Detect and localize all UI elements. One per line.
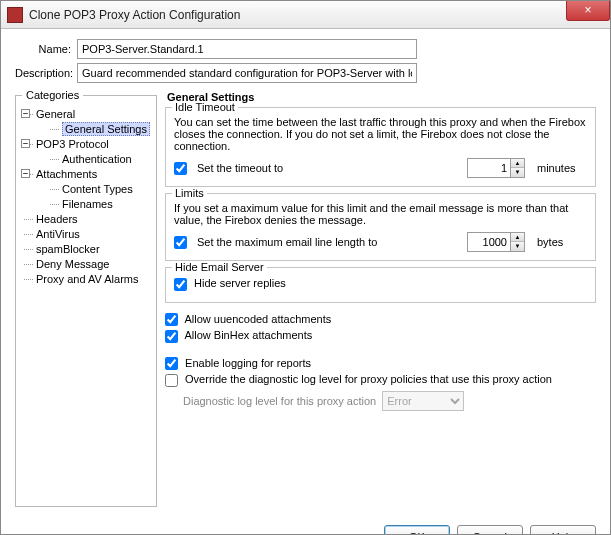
idle-timeout-desc: You can set the time between the last tr… <box>174 116 587 152</box>
window-title: Clone POP3 Proxy Action Configuration <box>29 8 240 22</box>
categories-legend: Categories <box>22 89 83 101</box>
tree-node-general[interactable]: − General General Settings <box>24 107 150 137</box>
hide-server-replies-label: Hide server replies <box>194 277 286 289</box>
override-log-checkbox[interactable] <box>165 374 178 387</box>
tree-node-deny-message[interactable]: Deny Message <box>24 257 150 272</box>
idle-timeout-title: Idle Timeout <box>172 101 238 113</box>
description-label: Description: <box>15 67 77 79</box>
tree-label-filenames[interactable]: Filenames <box>62 198 113 210</box>
cancel-button[interactable]: Cancel <box>457 525 523 535</box>
categories-tree[interactable]: − General General Settings − POP3 Protoc… <box>22 107 150 287</box>
categories-group: Categories − General General Settings − <box>15 89 157 507</box>
tree-label-content-types[interactable]: Content Types <box>62 183 133 195</box>
tree-label-attachments[interactable]: Attachments <box>36 168 97 180</box>
ok-button[interactable]: OK <box>384 525 450 535</box>
spinner-up-icon[interactable]: ▲ <box>511 159 524 168</box>
tree-node-general-settings[interactable]: General Settings <box>50 122 150 137</box>
tree-label-general[interactable]: General <box>36 108 75 120</box>
tree-node-attachments[interactable]: − Attachments Content Types Filenames <box>24 167 150 212</box>
tree-label-proxy-av-alarms[interactable]: Proxy and AV Alarms <box>36 273 139 285</box>
idle-timeout-checkbox-label: Set the timeout to <box>197 162 283 174</box>
allow-uuencoded-label: Allow uuencoded attachments <box>184 313 331 325</box>
limits-checkbox[interactable] <box>174 236 187 249</box>
limits-value[interactable] <box>467 232 511 252</box>
tree-label-pop3-protocol[interactable]: POP3 Protocol <box>36 138 109 150</box>
tree-label-authentication[interactable]: Authentication <box>62 153 132 165</box>
tree-node-antivirus[interactable]: AntiVirus <box>24 227 150 242</box>
tree-node-proxy-av-alarms[interactable]: Proxy and AV Alarms <box>24 272 150 287</box>
tree-node-spamblocker[interactable]: spamBlocker <box>24 242 150 257</box>
tree-node-content-types[interactable]: Content Types <box>50 182 150 197</box>
hide-server-replies-checkbox[interactable] <box>174 278 187 291</box>
limits-checkbox-label: Set the maximum email line length to <box>197 236 377 248</box>
name-input[interactable] <box>77 39 417 59</box>
collapse-icon[interactable]: − <box>21 169 30 178</box>
idle-timeout-value[interactable] <box>467 158 511 178</box>
spinner-down-icon[interactable]: ▼ <box>511 168 524 177</box>
idle-timeout-unit: minutes <box>537 162 587 174</box>
idle-timeout-checkbox[interactable] <box>174 162 187 175</box>
limits-group: Limits If you set a maximum value for th… <box>165 193 596 261</box>
tree-label-spamblocker[interactable]: spamBlocker <box>36 243 100 255</box>
override-log-label: Override the diagnostic log level for pr… <box>185 373 552 385</box>
titlebar: Clone POP3 Proxy Action Configuration × <box>1 1 610 29</box>
close-button[interactable]: × <box>566 1 610 21</box>
tree-label-headers[interactable]: Headers <box>36 213 78 225</box>
idle-timeout-group: Idle Timeout You can set the time betwee… <box>165 107 596 187</box>
allow-binhex-label: Allow BinHex attachments <box>184 329 312 341</box>
hide-email-group: Hide Email Server Hide server replies <box>165 267 596 303</box>
limits-unit: bytes <box>537 236 587 248</box>
enable-logging-label: Enable logging for reports <box>185 357 311 369</box>
tree-label-antivirus[interactable]: AntiVirus <box>36 228 80 240</box>
dialog-buttons: OK Cancel Help <box>1 517 610 535</box>
app-icon <box>7 7 23 23</box>
diagnostic-level-label: Diagnostic log level for this proxy acti… <box>183 395 376 407</box>
collapse-icon[interactable]: − <box>21 109 30 118</box>
collapse-icon[interactable]: − <box>21 139 30 148</box>
limits-desc: If you set a maximum value for this limi… <box>174 202 587 226</box>
help-button[interactable]: Help <box>530 525 596 535</box>
tree-node-pop3-protocol[interactable]: − POP3 Protocol Authentication <box>24 137 150 167</box>
description-input[interactable] <box>77 63 417 83</box>
allow-uuencoded-checkbox[interactable] <box>165 313 178 326</box>
tree-label-general-settings[interactable]: General Settings <box>62 122 150 136</box>
name-label: Name: <box>15 43 77 55</box>
tree-node-filenames[interactable]: Filenames <box>50 197 150 212</box>
allow-binhex-checkbox[interactable] <box>165 330 178 343</box>
hide-email-title: Hide Email Server <box>172 261 267 273</box>
tree-node-headers[interactable]: Headers <box>24 212 150 227</box>
spinner-up-icon[interactable]: ▲ <box>511 233 524 242</box>
tree-node-authentication[interactable]: Authentication <box>50 152 150 167</box>
spinner-down-icon[interactable]: ▼ <box>511 242 524 251</box>
enable-logging-checkbox[interactable] <box>165 357 178 370</box>
tree-label-deny-message[interactable]: Deny Message <box>36 258 109 270</box>
diagnostic-level-select[interactable]: Error <box>382 391 464 411</box>
limits-title: Limits <box>172 187 207 199</box>
